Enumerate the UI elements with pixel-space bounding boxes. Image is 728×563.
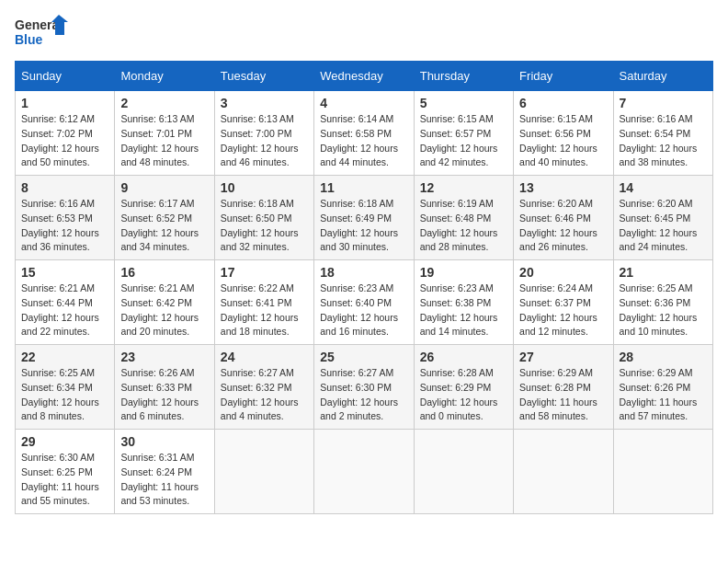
day-number: 13 [519,180,607,195]
day-number: 15 [21,265,108,280]
sunrise-label: Sunrise: 6:26 AM [120,367,194,378]
daylight-label: Daylight: 12 hours and 14 minutes. [420,312,498,338]
day-info: Sunrise: 6:30 AM Sunset: 6:25 PM Dayligh… [21,451,108,509]
day-info: Sunrise: 6:20 AM Sunset: 6:45 PM Dayligh… [620,197,707,255]
day-number: 9 [120,180,208,195]
calendar-cell: 14 Sunrise: 6:20 AM Sunset: 6:45 PM Dayl… [613,176,712,260]
day-info: Sunrise: 6:21 AM Sunset: 6:44 PM Dayligh… [21,282,108,339]
sunrise-label: Sunrise: 6:16 AM [21,198,95,209]
sunrise-label: Sunrise: 6:13 AM [120,113,194,124]
daylight-label: Daylight: 12 hours and 4 minutes. [221,396,299,422]
daylight-label: Daylight: 12 hours and 10 minutes. [620,312,698,338]
sunrise-label: Sunrise: 6:23 AM [320,282,393,293]
calendar-cell: 15 Sunrise: 6:21 AM Sunset: 6:44 PM Dayl… [16,260,115,345]
daylight-label: Daylight: 12 hours and 24 minutes. [620,227,698,253]
sunrise-label: Sunrise: 6:29 AM [620,367,693,378]
day-number: 27 [519,350,607,364]
sunset-label: Sunset: 6:28 PM [519,382,591,393]
sunset-label: Sunset: 6:34 PM [21,382,93,393]
sunrise-label: Sunrise: 6:17 AM [120,198,194,209]
day-info: Sunrise: 6:28 AM Sunset: 6:29 PM Dayligh… [420,366,507,424]
calendar-week-row: 29 Sunrise: 6:30 AM Sunset: 6:25 PM Dayl… [16,430,713,514]
daylight-label: Daylight: 12 hours and 50 minutes. [21,143,99,168]
sunrise-label: Sunrise: 6:21 AM [120,282,194,293]
calendar-cell: 30 Sunrise: 6:31 AM Sunset: 6:24 PM Dayl… [115,430,214,514]
sunrise-label: Sunrise: 6:21 AM [21,282,95,293]
calendar-cell: 28 Sunrise: 6:29 AM Sunset: 6:26 PM Dayl… [613,345,712,430]
calendar-cell: 22 Sunrise: 6:25 AM Sunset: 6:34 PM Dayl… [16,345,115,430]
day-info: Sunrise: 6:13 AM Sunset: 7:01 PM Dayligh… [120,112,208,170]
day-number: 7 [620,96,707,110]
daylight-label: Daylight: 12 hours and 2 minutes. [320,396,398,422]
daylight-label: Daylight: 12 hours and 18 minutes. [221,312,299,338]
sunrise-label: Sunrise: 6:14 AM [320,113,393,124]
day-number: 12 [420,180,507,195]
calendar-cell: 8 Sunrise: 6:16 AM Sunset: 6:53 PM Dayli… [16,176,115,260]
sunrise-label: Sunrise: 6:20 AM [519,198,593,209]
svg-text:Blue: Blue [15,32,43,47]
daylight-label: Daylight: 12 hours and 28 minutes. [420,227,498,253]
day-number: 2 [120,96,208,110]
day-number: 25 [320,350,407,364]
day-info: Sunrise: 6:31 AM Sunset: 6:24 PM Dayligh… [120,451,208,509]
day-info: Sunrise: 6:17 AM Sunset: 6:52 PM Dayligh… [120,197,208,255]
sunrise-label: Sunrise: 6:29 AM [519,367,593,378]
sunrise-label: Sunrise: 6:19 AM [420,198,494,209]
daylight-label: Daylight: 12 hours and 42 minutes. [420,143,498,168]
day-number: 23 [120,350,208,364]
day-info: Sunrise: 6:29 AM Sunset: 6:26 PM Dayligh… [620,366,707,424]
sunrise-label: Sunrise: 6:13 AM [221,113,294,124]
day-number: 11 [320,180,407,195]
day-number: 20 [519,265,607,280]
sunrise-label: Sunrise: 6:27 AM [320,367,393,378]
sunrise-label: Sunrise: 6:18 AM [221,198,294,209]
sunset-label: Sunset: 6:45 PM [620,213,691,224]
day-info: Sunrise: 6:27 AM Sunset: 6:30 PM Dayligh… [320,366,407,424]
day-info: Sunrise: 6:29 AM Sunset: 6:28 PM Dayligh… [519,366,607,424]
sunset-label: Sunset: 6:58 PM [320,128,392,139]
sunrise-label: Sunrise: 6:25 AM [620,282,693,293]
sunrise-label: Sunrise: 6:15 AM [519,113,593,124]
day-number: 3 [221,96,308,110]
weekday-header-row: SundayMondayTuesdayWednesdayThursdayFrid… [16,62,713,91]
sunset-label: Sunset: 6:32 PM [221,382,292,393]
day-number: 17 [221,265,308,280]
day-info: Sunrise: 6:22 AM Sunset: 6:41 PM Dayligh… [221,282,308,339]
sunrise-label: Sunrise: 6:22 AM [221,282,294,293]
logo: General Blue [15,15,70,52]
calendar-cell: 7 Sunrise: 6:16 AM Sunset: 6:54 PM Dayli… [613,91,712,176]
sunrise-label: Sunrise: 6:25 AM [21,367,95,378]
day-info: Sunrise: 6:16 AM Sunset: 6:53 PM Dayligh… [21,197,108,255]
calendar-cell: 10 Sunrise: 6:18 AM Sunset: 6:50 PM Dayl… [214,176,313,260]
sunrise-label: Sunrise: 6:12 AM [21,113,95,124]
weekday-header: Saturday [613,62,712,91]
calendar-cell: 19 Sunrise: 6:23 AM Sunset: 6:38 PM Dayl… [414,260,513,345]
calendar-week-row: 8 Sunrise: 6:16 AM Sunset: 6:53 PM Dayli… [16,176,713,260]
calendar-cell: 1 Sunrise: 6:12 AM Sunset: 7:02 PM Dayli… [16,91,115,176]
daylight-label: Daylight: 11 hours and 55 minutes. [21,481,99,507]
sunset-label: Sunset: 6:44 PM [21,297,93,308]
sunset-label: Sunset: 6:25 PM [21,466,93,477]
sunset-label: Sunset: 6:57 PM [420,128,492,139]
calendar-cell [613,430,712,514]
calendar-cell: 25 Sunrise: 6:27 AM Sunset: 6:30 PM Dayl… [314,345,414,430]
day-info: Sunrise: 6:19 AM Sunset: 6:48 PM Dayligh… [420,197,507,255]
weekday-header: Friday [514,62,613,91]
daylight-label: Daylight: 12 hours and 34 minutes. [120,227,199,253]
day-number: 6 [519,96,607,110]
sunrise-label: Sunrise: 6:30 AM [21,452,95,463]
sunset-label: Sunset: 6:37 PM [519,297,591,308]
day-info: Sunrise: 6:21 AM Sunset: 6:42 PM Dayligh… [120,282,208,339]
daylight-label: Daylight: 12 hours and 16 minutes. [320,312,398,338]
day-number: 14 [620,180,707,195]
day-info: Sunrise: 6:27 AM Sunset: 6:32 PM Dayligh… [221,366,308,424]
sunset-label: Sunset: 6:52 PM [120,213,192,224]
sunset-label: Sunset: 6:56 PM [519,128,591,139]
sunrise-label: Sunrise: 6:23 AM [420,282,494,293]
day-info: Sunrise: 6:15 AM Sunset: 6:56 PM Dayligh… [519,112,607,170]
daylight-label: Daylight: 11 hours and 58 minutes. [519,396,597,422]
day-info: Sunrise: 6:18 AM Sunset: 6:50 PM Dayligh… [221,197,308,255]
day-number: 26 [420,350,507,364]
daylight-label: Daylight: 12 hours and 30 minutes. [320,227,398,253]
daylight-label: Daylight: 12 hours and 40 minutes. [519,143,597,168]
